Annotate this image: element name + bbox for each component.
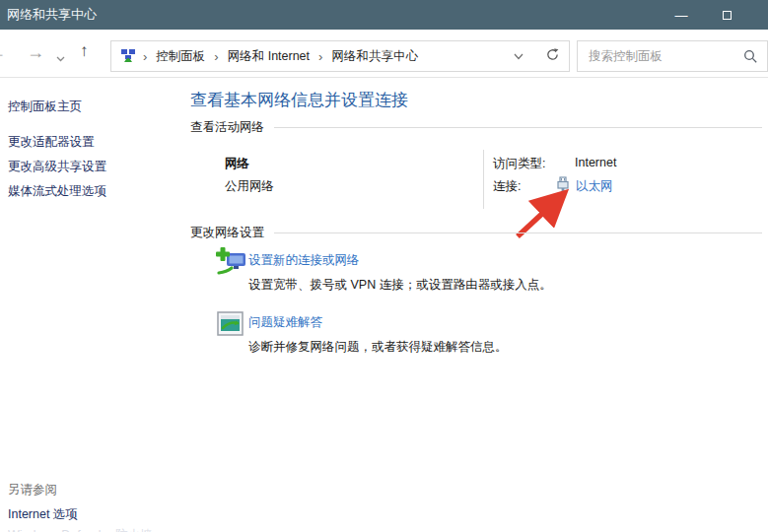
breadcrumb-separator: › (207, 49, 225, 64)
forward-icon[interactable]: → (27, 43, 44, 61)
sidebar-item-media-streaming-options[interactable]: 媒体流式处理选项 (8, 183, 106, 200)
breadcrumb-control-panel[interactable]: 控制面板 (154, 48, 207, 65)
network-profile: 公用网络 (225, 178, 274, 195)
setup-new-connection-desc: 设置宽带、拨号或 VPN 连接；或设置路由器或接入点。 (248, 277, 552, 294)
maximize-button[interactable] (704, 0, 749, 30)
breadcrumb-separator: › (136, 49, 154, 64)
sidebar-item-clipped[interactable]: Windows Defender 防火墙 (8, 527, 153, 532)
sidebar-item-change-adapter-settings[interactable]: 更改适配器设置 (8, 134, 95, 151)
network-sharing-center-window: 网络和共享中心 — ✕ ← → ↑ › 控制面板 › 网络和 (0, 0, 768, 532)
new-connection-icon (215, 245, 248, 282)
breadcrumb-separator: › (312, 49, 329, 64)
close-button[interactable]: ✕ (749, 0, 768, 30)
address-dropdown-icon[interactable] (502, 49, 535, 63)
refresh-icon[interactable] (535, 47, 560, 65)
search-input[interactable] (578, 41, 767, 71)
active-networks-section: 查看活动网络 (190, 119, 762, 136)
title-bar: 网络和共享中心 — ✕ (0, 0, 768, 30)
section-divider (274, 233, 762, 233)
page-title: 查看基本网络信息并设置连接 (190, 89, 408, 111)
address-bar[interactable]: › 控制面板 › 网络和 Internet › 网络和共享中心 (110, 40, 570, 72)
network-name: 网络 (225, 156, 249, 172)
history-chevron-icon[interactable] (56, 51, 65, 65)
network-settings-section: 更改网络设置 (190, 225, 762, 241)
access-type-value: Internet (575, 156, 616, 169)
up-icon[interactable]: ↑ (80, 42, 89, 60)
sidebar-item-advanced-sharing-settings[interactable]: 更改高级共享设置 (8, 159, 106, 175)
troubleshoot-link[interactable]: 问题疑难解答 (248, 314, 322, 331)
window-title: 网络和共享中心 (7, 0, 97, 30)
sidebar-item-control-panel-home[interactable]: 控制面板主页 (8, 99, 82, 115)
setup-new-connection-link[interactable]: 设置新的连接或网络 (248, 252, 360, 269)
see-also-header: 另请参阅 (8, 482, 57, 499)
troubleshoot-icon (217, 310, 244, 341)
network-sharing-center-icon (120, 48, 136, 64)
search-icon[interactable] (743, 49, 758, 67)
network-settings-label: 更改网络设置 (190, 225, 264, 241)
back-icon[interactable]: ← (0, 43, 6, 61)
section-divider (274, 127, 762, 128)
search-box (577, 40, 768, 72)
breadcrumb-network-internet[interactable]: 网络和 Internet (226, 48, 312, 65)
maximize-icon (723, 11, 732, 20)
navigation-bar: ← → ↑ › 控制面板 › 网络和 Internet › 网络和共享中心 (0, 30, 768, 78)
network-column-divider (483, 150, 484, 209)
access-type-label: 访问类型: (493, 156, 545, 172)
minimize-button[interactable]: — (659, 0, 704, 30)
breadcrumb-network-sharing[interactable]: 网络和共享中心 (329, 48, 420, 65)
sidebar-item-internet-options[interactable]: Internet 选项 (8, 506, 78, 523)
troubleshoot-desc: 诊断并修复网络问题，或者获得疑难解答信息。 (248, 339, 508, 356)
active-networks-label: 查看活动网络 (190, 119, 264, 136)
